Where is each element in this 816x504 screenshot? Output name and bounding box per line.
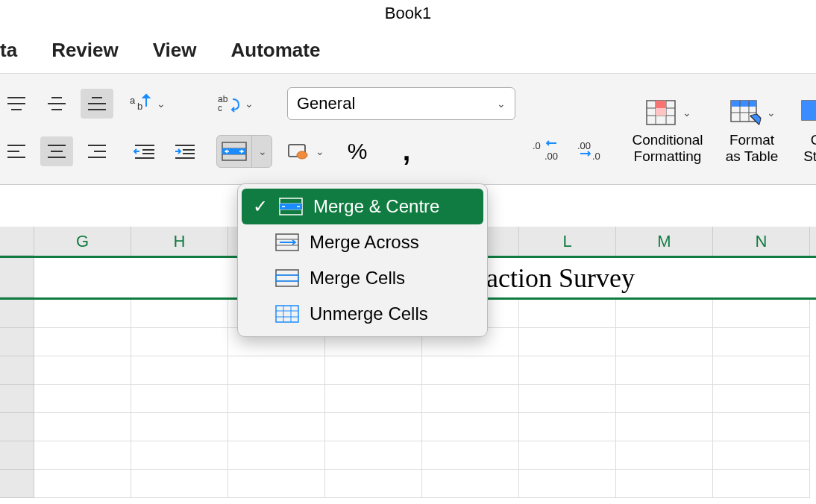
cell[interactable] <box>713 328 810 356</box>
cell[interactable] <box>34 413 131 441</box>
cell[interactable] <box>325 356 422 385</box>
cell[interactable] <box>519 356 616 385</box>
cell[interactable] <box>131 328 228 356</box>
cell[interactable] <box>34 300 131 328</box>
increase-indent-button[interactable] <box>169 136 201 166</box>
cell[interactable] <box>131 441 228 470</box>
cell[interactable] <box>325 385 422 413</box>
cell[interactable] <box>519 413 616 441</box>
cell[interactable] <box>519 470 616 498</box>
decrease-indent-button[interactable] <box>128 136 161 166</box>
tab-data[interactable]: ta <box>0 39 17 62</box>
align-left-button[interactable] <box>0 136 33 166</box>
increase-decimal-button[interactable]: .0 .00 <box>530 136 563 166</box>
cell[interactable] <box>713 385 810 413</box>
column-header[interactable]: L <box>519 227 616 256</box>
row-header[interactable] <box>0 356 34 385</box>
cell[interactable] <box>713 470 810 498</box>
column-header[interactable]: H <box>131 227 228 256</box>
cell[interactable] <box>131 300 228 328</box>
cell[interactable] <box>422 356 519 385</box>
svg-text:a: a <box>130 95 136 106</box>
cell[interactable] <box>34 385 131 413</box>
cell[interactable] <box>422 441 519 470</box>
cell[interactable] <box>228 385 325 413</box>
cell[interactable] <box>34 470 131 498</box>
align-bottom-button[interactable] <box>81 89 113 119</box>
cell[interactable] <box>422 385 519 413</box>
cell[interactable] <box>131 356 228 385</box>
cell[interactable] <box>325 413 422 441</box>
decrease-indent-icon <box>134 142 156 160</box>
menu-item-merge-across[interactable]: Merge Across <box>238 224 487 260</box>
row-header[interactable] <box>0 300 34 328</box>
cell[interactable] <box>713 441 810 470</box>
percent-icon: % <box>348 139 368 164</box>
percent-format-button[interactable]: % <box>341 136 374 166</box>
align-right-button[interactable] <box>81 136 113 166</box>
cell[interactable] <box>325 470 422 498</box>
cell[interactable] <box>228 356 325 385</box>
orientation-button[interactable]: a b ⌄ <box>128 93 166 114</box>
row-header[interactable] <box>0 385 34 413</box>
cell[interactable] <box>34 356 131 385</box>
cell-styles-button[interactable]: ⌄ Cell Styles <box>791 93 816 165</box>
cell[interactable] <box>34 328 131 356</box>
row-header[interactable] <box>0 258 34 297</box>
row-header[interactable] <box>0 413 34 441</box>
cell[interactable] <box>422 413 519 441</box>
cell[interactable] <box>422 470 519 498</box>
cell[interactable] <box>228 413 325 441</box>
cell[interactable] <box>616 356 713 385</box>
decrease-decimal-button[interactable]: .00 .0 <box>575 136 608 166</box>
cell-content[interactable]: faction Survey <box>477 262 635 294</box>
cell[interactable] <box>325 441 422 470</box>
cell[interactable] <box>713 413 810 441</box>
menu-item-unmerge-cells[interactable]: Unmerge Cells <box>238 296 487 332</box>
cell[interactable] <box>616 470 713 498</box>
cell[interactable] <box>228 441 325 470</box>
tab-review[interactable]: Review <box>51 39 119 62</box>
align-middle-button[interactable] <box>40 89 73 119</box>
row-header[interactable] <box>0 470 34 498</box>
row-header[interactable] <box>0 441 34 470</box>
format-as-table-button[interactable]: ⌄ Format as Table <box>715 93 788 165</box>
align-top-button[interactable] <box>0 89 33 119</box>
merge-cells-split-button[interactable]: ⌄ <box>216 135 272 168</box>
cell[interactable] <box>616 441 713 470</box>
cell[interactable] <box>131 470 228 498</box>
tab-automate[interactable]: Automate <box>231 39 321 62</box>
svg-rect-64 <box>276 275 298 281</box>
cell[interactable] <box>519 385 616 413</box>
cell[interactable] <box>519 328 616 356</box>
cell[interactable] <box>616 413 713 441</box>
cell[interactable] <box>131 385 228 413</box>
tab-view[interactable]: View <box>153 39 197 62</box>
column-header[interactable]: G <box>34 227 131 256</box>
cell[interactable] <box>616 300 713 328</box>
cell[interactable] <box>131 413 228 441</box>
menu-item-merge-cells[interactable]: Merge Cells <box>238 260 487 296</box>
accounting-icon <box>287 142 311 161</box>
select-all-corner[interactable] <box>0 227 34 256</box>
cell[interactable] <box>713 300 810 328</box>
cell[interactable] <box>519 300 616 328</box>
comma-format-button[interactable]: , <box>390 136 423 166</box>
svg-text:.0: .0 <box>592 151 600 162</box>
column-header[interactable]: M <box>616 227 713 256</box>
window-title: Book1 <box>0 0 816 27</box>
column-header[interactable]: N <box>713 227 810 256</box>
conditional-formatting-button[interactable]: ⌄ Conditional Formatting <box>623 93 712 165</box>
cell[interactable] <box>616 328 713 356</box>
cell[interactable] <box>34 441 131 470</box>
accounting-format-button[interactable]: ⌄ <box>287 142 324 161</box>
number-format-dropdown[interactable]: General ⌄ <box>287 87 515 120</box>
cell[interactable] <box>616 385 713 413</box>
align-center-button[interactable] <box>40 136 73 166</box>
menu-item-merge-centre[interactable]: ✓ Merge & Centre <box>242 189 483 224</box>
row-header[interactable] <box>0 328 34 356</box>
cell[interactable] <box>228 470 325 498</box>
cell[interactable] <box>519 441 616 470</box>
wrap-text-button[interactable]: ab c ⌄ <box>216 93 254 114</box>
cell[interactable] <box>713 356 810 385</box>
